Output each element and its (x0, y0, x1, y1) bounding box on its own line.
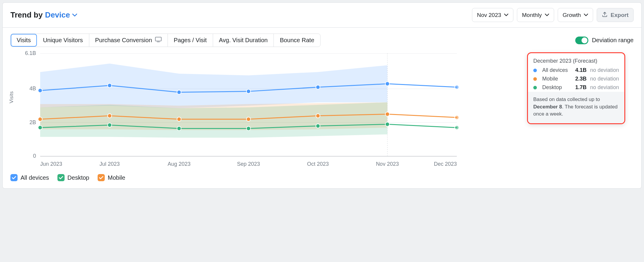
series-point (38, 126, 42, 130)
legend-label: Mobile (108, 174, 125, 181)
title-prefix: Trend by (10, 10, 43, 20)
legend-label: Desktop (68, 174, 89, 181)
tab-avd[interactable]: Avg. Visit Duration (213, 34, 274, 47)
tooltip-series-deviation: no deviation (590, 76, 619, 82)
panel-header: Trend by Device Nov 2023 Monthly Growth (3, 3, 641, 28)
mode-label: Growth (563, 12, 581, 18)
legend-item-desktop[interactable]: Desktop (57, 174, 89, 181)
tab-uniques[interactable]: Unique Visitors (37, 34, 89, 47)
tab-visits[interactable]: Visits (11, 34, 37, 47)
series-point (38, 117, 42, 121)
tab-label: Avg. Visit Duration (219, 37, 268, 44)
tooltip-series-value: 4.1B (575, 67, 587, 73)
deviation-toggle-label: Deviation range (592, 37, 634, 44)
toggle-switch[interactable] (575, 37, 588, 44)
trend-panel: Trend by Device Nov 2023 Monthly Growth (2, 2, 642, 189)
granularity-picker[interactable]: Monthly (517, 8, 554, 22)
legend-checkbox-icon (57, 174, 65, 181)
tooltip-series-label: Mobile (542, 76, 572, 82)
series-point (316, 85, 320, 89)
tab-label: Pages / Visit (174, 37, 207, 44)
x-tick-label: Aug 2023 (168, 161, 190, 167)
tooltip-rows: All devices4.1Bno deviationMobile2.3Bno … (528, 66, 624, 92)
date-picker[interactable]: Nov 2023 (472, 8, 513, 22)
dimension-picker[interactable]: Device (45, 10, 77, 20)
header-controls: Nov 2023 Monthly Growth Export (472, 8, 634, 22)
series-point (385, 112, 390, 116)
series-point (385, 122, 390, 126)
tooltip-row: All devices4.1Bno deviation (528, 66, 624, 75)
chevron-down-icon (545, 14, 549, 16)
series-point (107, 123, 112, 127)
chevron-down-icon (584, 14, 588, 16)
chart-legend: All devicesDesktopMobile (10, 174, 634, 181)
series-dot-icon (533, 77, 537, 81)
tooltip-row: Desktop1.7Bno deviation (528, 83, 624, 92)
series-point (177, 126, 181, 130)
tooltip-row: Mobile2.3Bno deviation (528, 75, 624, 83)
series-dot-icon (533, 69, 537, 72)
tab-purchase[interactable]: Purchase Conversion (89, 34, 168, 47)
tooltip-series-label: All devices (542, 67, 572, 73)
line-chart: 02B4B6.1BJun 2023Jul 2023Aug 2023Sep 202… (10, 50, 463, 169)
y-tick-label: 6.1B (25, 50, 36, 56)
series-point (246, 89, 251, 94)
chart-area: Visits 02B4B6.1BJun 2023Jul 2023Aug 2023… (10, 50, 634, 169)
deviation-toggle[interactable]: Deviation range (575, 37, 634, 44)
tooltip-footer-bold: December 8 (533, 104, 562, 110)
export-button[interactable]: Export (597, 8, 634, 22)
series-point (177, 90, 181, 94)
mode-picker[interactable]: Growth (558, 8, 593, 22)
tooltip-series-value: 1.7B (575, 84, 587, 91)
series-point (38, 89, 42, 93)
x-tick-label: Sep 2023 (237, 161, 260, 167)
forecast-tooltip: December 2023 (Forecast) All devices4.1B… (527, 52, 625, 124)
series-point (316, 114, 320, 118)
x-tick-label: Nov 2023 (376, 161, 399, 167)
x-tick-label: Oct 2023 (307, 161, 329, 167)
metric-tabs: VisitsUnique VisitorsPurchase Conversion… (10, 34, 321, 47)
series-point (385, 82, 390, 86)
svg-rect-0 (155, 37, 161, 41)
tab-label: Visits (17, 37, 31, 44)
series-point (107, 83, 112, 88)
tooltip-title: December 2023 (Forecast) (528, 53, 624, 66)
x-tick-label: Dec 2023 (434, 161, 457, 167)
series-dot-icon (533, 86, 537, 89)
series-point (455, 126, 459, 130)
tab-bounce[interactable]: Bounce Rate (274, 34, 320, 47)
tab-ppv[interactable]: Pages / Visit (168, 34, 213, 47)
y-tick-label: 0 (33, 153, 36, 159)
x-tick-label: Jun 2023 (40, 161, 62, 167)
series-point (455, 116, 459, 120)
series-point (246, 126, 251, 130)
legend-item-all[interactable]: All devices (10, 174, 49, 181)
chevron-down-icon (72, 14, 77, 17)
desktop-icon (155, 37, 162, 44)
legend-item-mobile[interactable]: Mobile (98, 174, 125, 181)
tooltip-series-deviation: no deviation (590, 67, 619, 73)
tooltip-footer: Based on data collected up to December 8… (528, 92, 624, 123)
tab-label: Bounce Rate (280, 37, 314, 44)
y-tick-label: 2B (29, 119, 36, 125)
series-point (316, 124, 320, 128)
panel-title: Trend by Device (10, 10, 77, 20)
tooltip-series-deviation: no deviation (590, 84, 619, 91)
legend-checkbox-icon (98, 174, 105, 181)
tab-bar: VisitsUnique VisitorsPurchase Conversion… (10, 34, 634, 47)
series-point (107, 114, 112, 118)
export-icon (602, 11, 608, 19)
series-point (246, 117, 251, 121)
series-point (455, 85, 459, 89)
date-label: Nov 2023 (477, 12, 501, 18)
tooltip-series-value: 2.3B (575, 76, 587, 82)
y-tick-label: 4B (29, 86, 36, 91)
tooltip-footer-pre: Based on data collected up to (533, 97, 600, 102)
y-axis-label: Visits (9, 91, 15, 103)
legend-label: All devices (21, 174, 49, 181)
export-label: Export (611, 12, 629, 18)
series-point (177, 117, 181, 121)
granularity-label: Monthly (522, 12, 542, 18)
tab-label: Purchase Conversion (95, 37, 152, 44)
x-tick-label: Jul 2023 (99, 161, 120, 167)
